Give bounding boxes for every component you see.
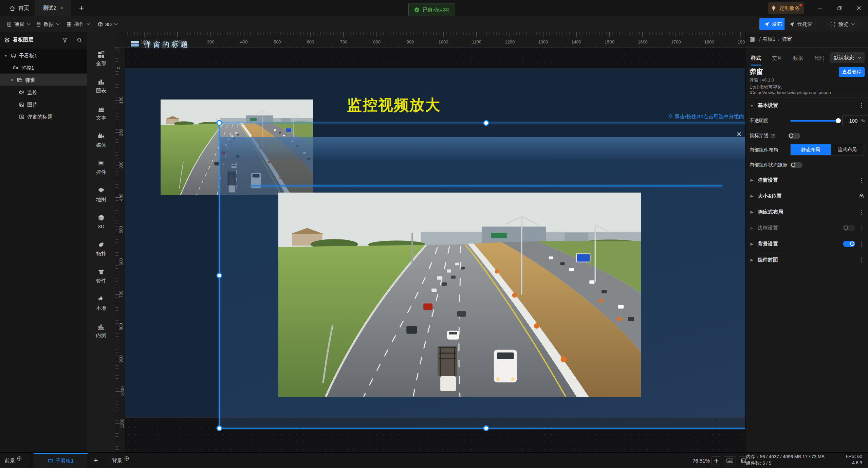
menu-3d[interactable]: 3D [98, 16, 118, 32]
board-tab[interactable]: 子看板1 [34, 453, 88, 468]
state-follow-toggle[interactable] [790, 162, 802, 168]
ruler-number: 1200 [505, 39, 515, 44]
background-settings-toggle[interactable] [843, 241, 855, 247]
zoom-level[interactable]: 76.51% [692, 453, 710, 468]
app-window: 首页 测试2 × + 已自动保存! 定制服务 [0, 0, 868, 468]
section-basic-settings[interactable]: ▼ 基本设置 ⋮ [745, 97, 868, 113]
caret-down-icon[interactable]: ▼ [10, 78, 14, 82]
titlebar: 首页 测试2 × + 已自动保存! 定制服务 [0, 0, 868, 16]
compbar-item-beta[interactable]: 内测 [87, 323, 115, 345]
opacity-slider-thumb[interactable] [836, 118, 841, 123]
menubar: 项目 数据 操作 3D 发布 [0, 16, 868, 32]
kebab-menu-icon[interactable]: ⋮ [858, 102, 864, 109]
custom-service-button[interactable]: 定制服务 [768, 2, 804, 14]
publish-button[interactable]: 发布 [759, 18, 787, 30]
leaf-icon [97, 241, 105, 249]
selection-border-top[interactable] [219, 123, 745, 123]
keyboard-shortcuts-button[interactable] [724, 456, 736, 465]
tab-interaction[interactable]: 交互 [772, 52, 782, 65]
kebab-menu-icon[interactable]: ⋮ [858, 240, 864, 248]
compbar-item-map[interactable]: 地图 [87, 187, 115, 209]
compbar-item-3d[interactable]: 3D [87, 214, 115, 236]
background-layer-button[interactable]: 背景 [112, 453, 129, 468]
popup-title-text[interactable]: 弹窗的标题 [144, 40, 190, 49]
tab-code[interactable]: 代码 [814, 52, 824, 65]
ruler-corner [115, 32, 125, 48]
breadcrumb[interactable]: 子看板1 › 弹窗 [750, 36, 792, 42]
selection-handle-bottom-middle[interactable] [483, 426, 489, 431]
add-board-button[interactable]: + [94, 453, 98, 468]
canvas-overlay-title[interactable]: 监控视频放大 [347, 95, 441, 115]
selection-handle-bottom-left[interactable] [217, 426, 222, 431]
popup-header [219, 137, 745, 160]
tree-item-board[interactable]: ▼ 子看板1 [0, 50, 87, 62]
compbar-item-charts[interactable]: 图表 [87, 78, 115, 101]
foreground-layer-button[interactable]: 前景 [5, 453, 22, 468]
section-border-settings[interactable]: ▶ 边框设置 ⋮ [745, 220, 868, 236]
layout-flow-option[interactable]: 流式布局 [831, 144, 864, 155]
layers-panel-header: 看板图层 [0, 32, 87, 48]
tab-data[interactable]: 数据 [793, 52, 803, 65]
help-icon[interactable] [771, 133, 775, 138]
tree-item-popup-title[interactable]: 弹窗的标题 [0, 111, 87, 123]
section-background-settings[interactable]: ▶ 背景设置 ⋮ [745, 236, 868, 252]
compbar-item-local[interactable]: 本地 [87, 295, 115, 318]
compbar-item-media[interactable]: 媒体 [87, 132, 115, 155]
opacity-slider[interactable] [790, 120, 840, 122]
map-icon [97, 187, 105, 194]
minimize-button[interactable] [812, 0, 828, 16]
kebab-menu-icon[interactable]: ⋮ [858, 224, 864, 232]
menu-project[interactable]: 项目 [7, 16, 31, 32]
search-icon[interactable] [77, 37, 82, 43]
restore-button[interactable] [832, 0, 847, 16]
kebab-menu-icon[interactable]: ⋮ [858, 256, 864, 264]
selection-handle-top-middle[interactable] [483, 120, 489, 126]
new-tab-button[interactable]: + [77, 3, 86, 13]
document-tab[interactable]: 测试2 × [35, 0, 71, 16]
tab-style[interactable]: 样式 [751, 52, 761, 66]
kebab-menu-icon[interactable]: ⋮ [858, 177, 864, 184]
opacity-value-input[interactable]: 100 % [842, 115, 868, 126]
selection-handle-top-left[interactable] [217, 120, 222, 126]
layout-static-option[interactable]: 静态布局 [791, 144, 831, 155]
preview-button[interactable]: 预览 [826, 18, 860, 30]
compbar-item-kits[interactable]: 套件 [87, 268, 115, 291]
caret-down-icon[interactable]: ▼ [3, 54, 8, 58]
cloud-hosting-button[interactable]: 云托管 [784, 18, 817, 30]
section-popup-settings[interactable]: ▶ 弹窗设置 ⋮ [745, 172, 868, 188]
mouse-through-toggle[interactable] [788, 133, 800, 139]
circle-plus-icon[interactable] [17, 456, 22, 461]
caret-right-icon: ▶ [750, 226, 754, 230]
compbar-item-text[interactable]: 文本 [87, 105, 115, 128]
compbar-item-all[interactable]: 全部 [87, 51, 115, 73]
section-responsive-layout[interactable]: ▶ 响应式布局 ⋮ [745, 204, 868, 220]
ruler-number: 1000 [120, 386, 125, 396]
section-component-cover[interactable]: ▶ 组件封面 ⋮ [745, 252, 868, 268]
tree-item-monitor[interactable]: 监控 [0, 86, 87, 98]
section-size-position[interactable]: ▶ 大小&位置 [745, 188, 868, 204]
canvas-viewport[interactable]: 监控视频放大 弹窗的标题 双击/按住ctrl点击可选中分组内 [115, 32, 745, 452]
close-tab-icon[interactable]: × [60, 5, 63, 12]
compbar-item-controls[interactable]: 控件 [87, 160, 115, 182]
tutorial-button[interactable]: 查看教程 [839, 67, 865, 77]
close-window-button[interactable] [851, 0, 867, 16]
menu-operation[interactable]: 操作 [67, 16, 90, 32]
popup-close-icon[interactable]: × [736, 129, 741, 140]
tree-item-popup[interactable]: ▼ 弹窗 [0, 74, 87, 86]
selection-border-bottom[interactable] [219, 428, 745, 429]
circle-plus-icon[interactable] [124, 456, 129, 461]
tree-item-image[interactable]: 图片 [0, 98, 87, 111]
menu-data[interactable]: 数据 [36, 16, 60, 32]
border-settings-toggle[interactable] [843, 225, 855, 231]
compbar-item-topology[interactable]: 拓扑 [87, 241, 115, 264]
fullscreen-icon [830, 22, 835, 27]
kebab-menu-icon[interactable]: ⋮ [858, 209, 864, 216]
state-select[interactable]: 默认状态 [830, 52, 865, 63]
selection-handle-middle-left[interactable] [217, 273, 222, 278]
filter-icon[interactable] [62, 37, 68, 43]
monitor-video-large[interactable] [278, 193, 641, 397]
tree-item-monitor1[interactable]: 监控1 [0, 62, 87, 74]
lock-icon[interactable] [859, 193, 864, 199]
home-tab[interactable]: 首页 [10, 0, 29, 16]
fit-screen-button[interactable] [712, 456, 721, 465]
